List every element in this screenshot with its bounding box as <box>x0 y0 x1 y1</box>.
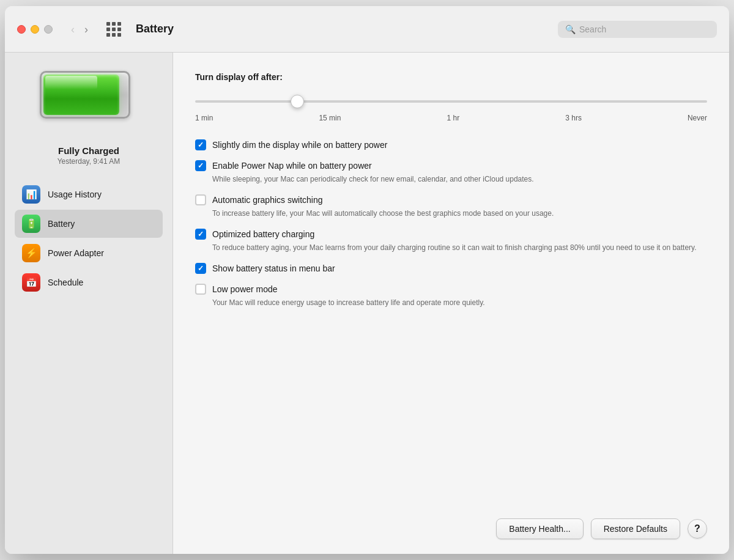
back-button[interactable]: ‹ <box>67 21 78 37</box>
slider-section-title: Turn display off after: <box>195 72 707 82</box>
slider-label-1hr: 1 hr <box>447 114 459 122</box>
checkbox-row-lowpower: Low power mode Your Mac will reduce ener… <box>195 284 707 308</box>
checkbox-desc-powernap: While sleeping, your Mac can periodicall… <box>212 174 707 185</box>
grid-dot <box>117 33 121 37</box>
battery-body-icon <box>40 71 130 119</box>
main-window: ‹ › Battery 🔍 <box>5 6 729 554</box>
checkbox-main-status: Show battery status in menu bar <box>195 263 707 274</box>
titlebar: ‹ › Battery 🔍 <box>5 6 729 53</box>
checkbox-label-optimized: Optimized battery charging <box>212 229 314 239</box>
battery-icon-container <box>40 71 138 126</box>
checkbox-desc-lowpower: Your Mac will reduce energy usage to inc… <box>212 297 707 308</box>
battery-nav-icon: 🔋 <box>22 215 40 233</box>
restore-defaults-button[interactable]: Restore Defaults <box>591 518 680 539</box>
bottom-buttons: Battery Health... Restore Defaults ? <box>195 504 707 539</box>
power-adapter-icon: ⚡ <box>22 244 40 262</box>
sidebar-item-label: Usage History <box>48 190 102 199</box>
search-icon: 🔍 <box>565 24 576 34</box>
grid-dot <box>106 28 110 31</box>
checkbox-label-graphics: Automatic graphics switching <box>212 195 323 205</box>
sidebar-nav: 📊 Usage History 🔋 Battery ⚡ Power A <box>15 180 163 297</box>
checkbox-label-powernap: Enable Power Nap while on battery power <box>212 161 372 171</box>
settings-content: Turn display off after: 1 min 15 min 1 h… <box>173 53 729 554</box>
window-title: Battery <box>136 23 174 35</box>
sidebar-item-label: Schedule <box>48 278 83 287</box>
search-box[interactable]: 🔍 <box>558 21 717 38</box>
minimize-button[interactable] <box>31 25 39 34</box>
checkbox-main-optimized: Optimized battery charging <box>195 229 707 240</box>
grid-dot <box>117 22 121 26</box>
grid-dot <box>112 33 116 37</box>
sidebar-item-usage-history[interactable]: 📊 Usage History <box>15 180 163 208</box>
checkbox-section: Slightly dim the display while on batter… <box>195 139 707 308</box>
checkbox-label-lowpower: Low power mode <box>212 284 278 294</box>
battery-terminal <box>130 85 130 105</box>
checkbox-row-dim: Slightly dim the display while on batter… <box>195 139 707 150</box>
checkbox-row-powernap: Enable Power Nap while on battery power … <box>195 160 707 185</box>
battery-highlight <box>45 76 97 89</box>
display-sleep-section: Turn display off after: 1 min 15 min 1 h… <box>195 72 707 122</box>
checkbox-label-status: Show battery status in menu bar <box>212 263 335 273</box>
checkbox-main-powernap: Enable Power Nap while on battery power <box>195 160 707 171</box>
checkbox-main-graphics: Automatic graphics switching <box>195 194 707 205</box>
slider-label-never: Never <box>688 114 707 122</box>
help-button[interactable]: ? <box>688 519 707 539</box>
checkbox-main-dim: Slightly dim the display while on batter… <box>195 139 707 150</box>
sidebar-item-label: Power Adapter <box>48 248 104 258</box>
grid-dot <box>106 22 110 26</box>
checkbox-optimized-charging[interactable] <box>195 229 206 240</box>
navigation-buttons: ‹ › <box>67 21 92 37</box>
close-button[interactable] <box>17 25 26 34</box>
battery-status: Fully Charged Yesterday, 9:41 AM <box>57 146 120 166</box>
fullscreen-button[interactable] <box>44 25 53 34</box>
battery-status-time: Yesterday, 9:41 AM <box>57 157 120 166</box>
checkbox-row-status: Show battery status in menu bar <box>195 263 707 274</box>
slider-label-1min: 1 min <box>195 114 213 122</box>
sidebar-item-schedule[interactable]: 📅 Schedule <box>15 268 163 297</box>
main-content: Fully Charged Yesterday, 9:41 AM 📊 Usage… <box>5 53 729 554</box>
grid-dot <box>112 22 116 26</box>
sidebar-item-power-adapter[interactable]: ⚡ Power Adapter <box>15 239 163 267</box>
slider-labels: 1 min 15 min 1 hr 3 hrs Never <box>195 114 707 122</box>
slider-label-3hrs: 3 hrs <box>565 114 582 122</box>
grid-icon[interactable] <box>106 22 121 37</box>
sidebar: Fully Charged Yesterday, 9:41 AM 📊 Usage… <box>5 53 173 554</box>
grid-dot <box>117 28 121 31</box>
slider-container <box>195 89 707 110</box>
traffic-lights <box>17 25 53 34</box>
sidebar-item-label: Battery <box>48 219 75 229</box>
checkbox-auto-graphics[interactable] <box>195 194 206 205</box>
checkbox-low-power[interactable] <box>195 284 206 295</box>
checkbox-power-nap[interactable] <box>195 160 206 171</box>
forward-button[interactable]: › <box>81 21 92 37</box>
battery-status-title: Fully Charged <box>57 146 120 156</box>
sidebar-item-battery[interactable]: 🔋 Battery <box>15 210 163 238</box>
display-sleep-slider[interactable] <box>195 100 707 103</box>
checkbox-desc-graphics: To increase battery life, your Mac will … <box>212 208 707 219</box>
schedule-icon: 📅 <box>22 273 40 292</box>
search-input[interactable] <box>579 24 710 34</box>
usage-history-icon: 📊 <box>22 185 40 204</box>
checkbox-main-lowpower: Low power mode <box>195 284 707 295</box>
checkbox-row-optimized: Optimized battery charging To reduce bat… <box>195 229 707 253</box>
battery-health-button[interactable]: Battery Health... <box>496 518 583 539</box>
slider-label-15min: 15 min <box>319 114 341 122</box>
checkbox-row-graphics: Automatic graphics switching To increase… <box>195 194 707 219</box>
grid-dot <box>112 28 116 31</box>
checkbox-show-status[interactable] <box>195 263 206 274</box>
checkbox-desc-optimized: To reduce battery aging, your Mac learns… <box>212 242 707 253</box>
grid-dot <box>106 33 110 37</box>
checkbox-label-dim: Slightly dim the display while on batter… <box>212 140 387 150</box>
checkbox-dim-display[interactable] <box>195 139 206 150</box>
